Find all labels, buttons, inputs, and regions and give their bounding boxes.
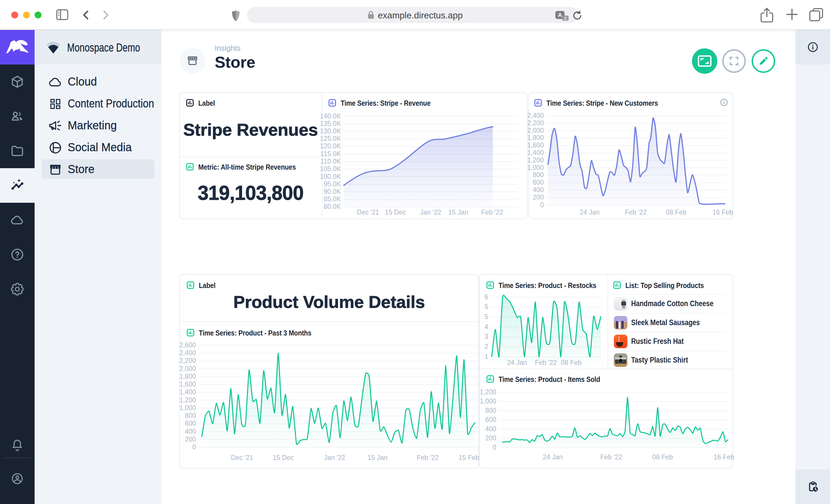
- svg-text:A: A: [558, 12, 562, 18]
- svg-text:文: 文: [564, 16, 568, 21]
